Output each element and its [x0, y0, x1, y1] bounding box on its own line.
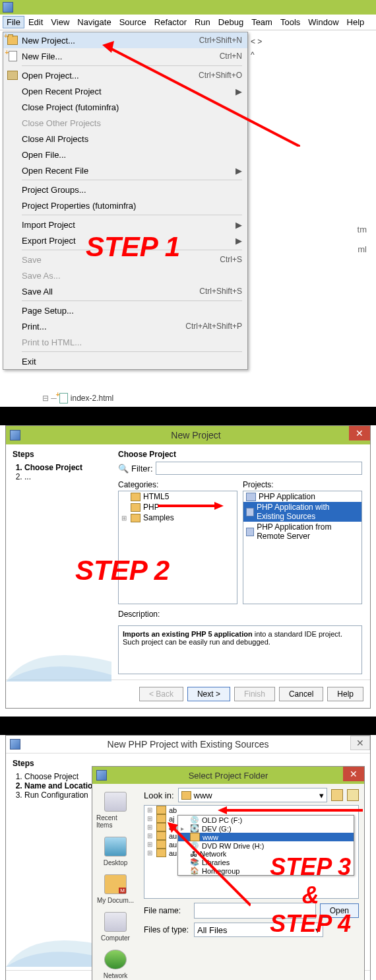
- menu-tools[interactable]: Tools: [276, 16, 304, 28]
- new-project-dialog: New Project✕ Steps Choose Project ... Ch…: [5, 425, 371, 709]
- new-php-project-dialog: New PHP Project with Existing Sources✕ S…: [5, 735, 371, 980]
- close-button[interactable]: ✕: [350, 736, 370, 750]
- mi-project-props[interactable]: Project Properties (futominfra): [3, 197, 247, 213]
- cancel-button[interactable]: Cancel: [279, 687, 323, 701]
- php-icon: [246, 508, 254, 516]
- mi-open-file[interactable]: Open File...: [3, 147, 247, 162]
- mi-open-project[interactable]: Open Project...Ctrl+Shift+O: [3, 67, 247, 83]
- help-button[interactable]: Help: [327, 687, 363, 701]
- recent-icon: [104, 792, 127, 812]
- menu-window[interactable]: Window: [304, 16, 342, 28]
- menu-help[interactable]: Help: [343, 16, 369, 28]
- step34-label: STEP 3 & STEP 4: [270, 853, 351, 938]
- place-network[interactable]: Network: [100, 946, 132, 980]
- mi-save-all[interactable]: Save AllCtrl+Shift+S: [3, 283, 247, 299]
- projects-label: Projects:: [243, 480, 362, 489]
- categories-list[interactable]: HTML5 PHP ⊞Samples: [118, 491, 237, 604]
- bg-ml: ml: [358, 244, 367, 254]
- places-sidebar: Recent Items Desktop MMy Docum... Comput…: [92, 784, 139, 980]
- mi-close-other: Close Other Projects: [3, 115, 247, 131]
- search-icon: 🔍: [118, 464, 129, 473]
- next-button[interactable]: Next >: [187, 687, 230, 701]
- menu-debug[interactable]: Debug: [214, 16, 247, 28]
- select-folder-dialog: Select Project Folder✕ Recent Items Desk…: [92, 766, 365, 980]
- step-current: Choose Project: [24, 463, 111, 472]
- close-button[interactable]: ✕: [349, 426, 370, 440]
- step1-label: STEP 1: [86, 231, 180, 263]
- network-icon: [104, 950, 127, 969]
- menubar: File Edit View Navigate Source Refactor …: [0, 15, 376, 30]
- menu-navigate[interactable]: Navigate: [73, 16, 115, 28]
- dialog-icon: [10, 430, 20, 440]
- filter-input[interactable]: [156, 462, 363, 475]
- menu-file[interactable]: File: [3, 16, 24, 28]
- up-folder-icon[interactable]: [331, 789, 343, 801]
- folder-icon: [156, 831, 166, 840]
- mi-new-file[interactable]: New File...Ctrl+N: [3, 48, 247, 64]
- back-button: < Back: [139, 687, 183, 701]
- folder-icon: [156, 823, 166, 831]
- categories-label: Categories:: [118, 480, 237, 489]
- place-documents[interactable]: MMy Docum...: [93, 870, 138, 908]
- mi-print[interactable]: Print...Ctrl+Alt+Shift+P: [3, 318, 247, 334]
- folder-icon: [131, 503, 141, 512]
- look-in-label: Look in:: [144, 790, 174, 800]
- section-label: Choose Project: [118, 450, 362, 459]
- bg-htm: tm: [358, 225, 367, 234]
- description-label: Description:: [118, 610, 362, 619]
- mi-close-all[interactable]: Close All Projects: [3, 131, 247, 147]
- bg-fragment: < > ^: [251, 37, 262, 59]
- projects-list[interactable]: PHP Application PHP Application with Exi…: [243, 491, 362, 604]
- menu-edit[interactable]: Edit: [24, 16, 47, 28]
- php-icon: [246, 493, 256, 501]
- place-computer[interactable]: Computer: [97, 908, 134, 946]
- mi-exit[interactable]: Exit: [3, 353, 247, 369]
- home-icon[interactable]: [347, 789, 359, 801]
- menu-view[interactable]: View: [47, 16, 73, 28]
- step-next: ...: [24, 472, 111, 481]
- tree-item[interactable]: ⊟ ─index-2.html: [42, 393, 113, 403]
- app-icon: [3, 2, 13, 13]
- folder-icon: [131, 493, 141, 501]
- folder-icon: [156, 849, 166, 857]
- menu-source[interactable]: Source: [115, 16, 150, 28]
- menu-run[interactable]: Run: [191, 16, 214, 28]
- mi-print-html: Print to HTML...: [3, 334, 247, 350]
- folder-icon: [181, 791, 191, 800]
- mi-project-groups[interactable]: Project Groups...: [3, 182, 247, 197]
- mi-open-recent-project[interactable]: Open Recent Project▶: [3, 83, 247, 99]
- finish-button: Finish: [234, 687, 275, 701]
- filetype-label: Files of type:: [144, 925, 190, 934]
- look-in-combo[interactable]: www▾: [178, 788, 327, 802]
- file-menu-dropdown: New Project...Ctrl+Shift+N New File...Ct…: [3, 32, 248, 370]
- place-desktop[interactable]: Desktop: [100, 833, 132, 870]
- folder-icon: [156, 840, 166, 849]
- folder-icon: [131, 514, 141, 522]
- folder-icon: [190, 833, 200, 841]
- new-project-icon: [7, 36, 18, 45]
- titlebar: [0, 0, 376, 15]
- description-box: Imports an existing PHP 5 application in…: [118, 625, 362, 674]
- desktop-icon: [104, 837, 127, 857]
- dialog-icon: [10, 739, 20, 750]
- mi-save-as: Save As...: [3, 267, 247, 283]
- dialog-title: New Project: [26, 430, 366, 440]
- php-icon: [246, 528, 254, 536]
- menu-refactor[interactable]: Refactor: [150, 16, 191, 28]
- mi-import[interactable]: Import Project▶: [3, 217, 247, 232]
- step2-label: STEP 2: [75, 555, 170, 586]
- new-file-icon: [9, 51, 17, 61]
- mi-page-setup[interactable]: Page Setup...: [3, 302, 247, 318]
- mi-open-recent-file[interactable]: Open Recent File▶: [3, 162, 247, 178]
- dialog-title: New PHP Project with Existing Sources: [108, 739, 269, 750]
- menu-team[interactable]: Team: [247, 16, 276, 28]
- computer-icon: [104, 912, 127, 932]
- place-recent[interactable]: Recent Items: [92, 788, 139, 833]
- filename-label: File name:: [144, 906, 190, 915]
- inner-dialog-title: Select Project Folder: [189, 771, 268, 781]
- mi-new-project[interactable]: New Project...Ctrl+Shift+N: [3, 32, 247, 48]
- close-button[interactable]: ✕: [343, 767, 364, 781]
- folder-icon: [156, 806, 166, 814]
- open-project-icon: [7, 71, 18, 80]
- mi-close-project[interactable]: Close Project (futominfra): [3, 99, 247, 115]
